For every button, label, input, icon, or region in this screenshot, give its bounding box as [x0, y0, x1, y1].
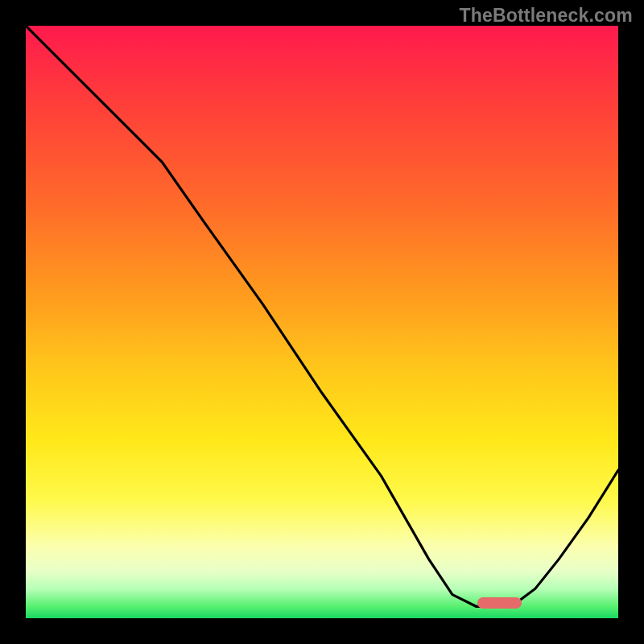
chart-frame: TheBottleneck.com	[0, 0, 644, 644]
watermark-text: TheBottleneck.com	[459, 5, 633, 27]
optimal-marker	[477, 597, 522, 609]
plot-area	[26, 26, 618, 618]
bottleneck-curve	[26, 26, 618, 618]
